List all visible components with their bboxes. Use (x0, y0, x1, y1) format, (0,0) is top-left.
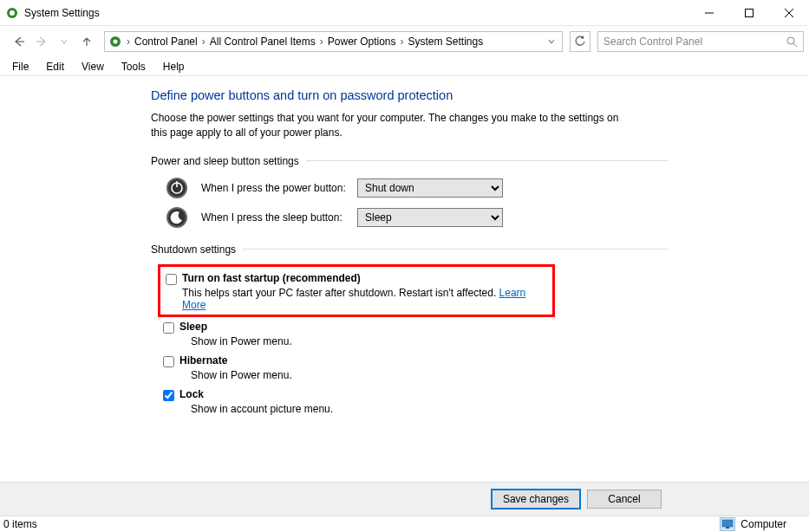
statusbar: 0 items Computer (0, 516, 809, 532)
address-bar[interactable]: › Control Panel › All Control Panel Item… (104, 31, 563, 52)
svg-rect-19 (726, 527, 729, 529)
breadcrumb-power-options[interactable]: Power Options (326, 36, 398, 48)
search-input[interactable]: Search Control Panel (597, 31, 804, 52)
breadcrumb-control-panel[interactable]: Control Panel (133, 36, 199, 48)
menu-tools[interactable]: Tools (114, 59, 153, 75)
search-icon (786, 36, 798, 50)
recent-dropdown[interactable] (54, 31, 75, 52)
lock-checkbox-label: Lock (179, 388, 204, 400)
sleep-button-label: When I press the sleep button: (201, 211, 357, 224)
back-button[interactable] (9, 31, 29, 52)
hibernate-checkbox[interactable] (163, 356, 174, 367)
power-button-select[interactable]: Shut down (357, 178, 503, 198)
cancel-button[interactable]: Cancel (587, 490, 662, 509)
address-dropdown[interactable] (545, 38, 558, 45)
hibernate-checkbox-desc: Show in Power menu. (191, 369, 668, 381)
maximize-button[interactable] (729, 0, 769, 26)
search-placeholder: Search Control Panel (603, 36, 702, 48)
chevron-right-icon[interactable]: › (397, 36, 406, 48)
fast-startup-desc: This helps start your PC faster after sh… (182, 287, 499, 299)
save-changes-button[interactable]: Save changes (492, 490, 580, 509)
fast-startup-checkbox[interactable] (166, 274, 177, 285)
page-heading: Define power buttons and turn on passwor… (151, 88, 668, 102)
close-button[interactable] (769, 0, 809, 26)
menu-view[interactable]: View (75, 59, 111, 75)
svg-point-9 (114, 40, 118, 44)
breadcrumb-system-settings[interactable]: System Settings (406, 36, 485, 48)
minimize-button[interactable] (689, 0, 729, 26)
power-button-label: When I press the power button: (201, 182, 357, 194)
page-description: Choose the power settings that you want … (151, 111, 636, 141)
menu-edit[interactable]: Edit (39, 59, 71, 75)
fast-startup-label: Turn on fast startup (recommended) (182, 272, 361, 284)
sleep-checkbox-desc: Show in Power menu. (191, 335, 668, 347)
sleep-checkbox-label: Sleep (179, 321, 207, 333)
power-button-icon (165, 176, 189, 200)
lock-checkbox[interactable] (163, 390, 174, 401)
svg-rect-3 (746, 9, 754, 16)
refresh-button[interactable] (570, 31, 590, 52)
button-bar: Save changes Cancel (0, 482, 809, 516)
svg-point-1 (10, 10, 15, 16)
chevron-right-icon[interactable]: › (317, 36, 326, 48)
chevron-right-icon[interactable]: › (199, 36, 208, 48)
monitor-icon[interactable] (720, 517, 735, 531)
hibernate-checkbox-label: Hibernate (179, 354, 227, 367)
content-area: Define power buttons and turn on passwor… (0, 76, 809, 498)
status-computer: Computer (740, 518, 786, 530)
breadcrumb-all-items[interactable]: All Control Panel Items (208, 36, 317, 48)
sleep-checkbox[interactable] (163, 322, 174, 334)
menu-help[interactable]: Help (156, 59, 192, 75)
app-icon (5, 6, 19, 20)
highlight-fast-startup: Turn on fast startup (recommended) This … (158, 264, 555, 317)
navbar: › Control Panel › All Control Panel Item… (0, 26, 809, 57)
chevron-right-icon[interactable]: › (124, 36, 133, 48)
up-button[interactable] (76, 31, 97, 52)
section-label: Shutdown settings (151, 243, 243, 256)
lock-checkbox-desc: Show in account picture menu. (191, 403, 668, 415)
section-label: Power and sleep button settings (151, 155, 306, 167)
status-items: 0 items (3, 518, 37, 530)
section-power-sleep: Power and sleep button settings (151, 155, 668, 167)
power-options-folder-icon (108, 35, 122, 49)
sleep-button-select[interactable]: Sleep (357, 208, 503, 227)
menu-file[interactable]: File (5, 59, 36, 75)
svg-point-10 (787, 37, 794, 44)
titlebar: System Settings (0, 0, 809, 26)
window-title: System Settings (24, 7, 100, 19)
menubar: File Edit View Tools Help (0, 57, 809, 76)
svg-rect-18 (722, 520, 733, 527)
sleep-button-icon (165, 205, 189, 230)
section-shutdown: Shutdown settings (151, 243, 668, 256)
svg-line-11 (793, 43, 797, 47)
forward-button[interactable] (31, 31, 52, 52)
